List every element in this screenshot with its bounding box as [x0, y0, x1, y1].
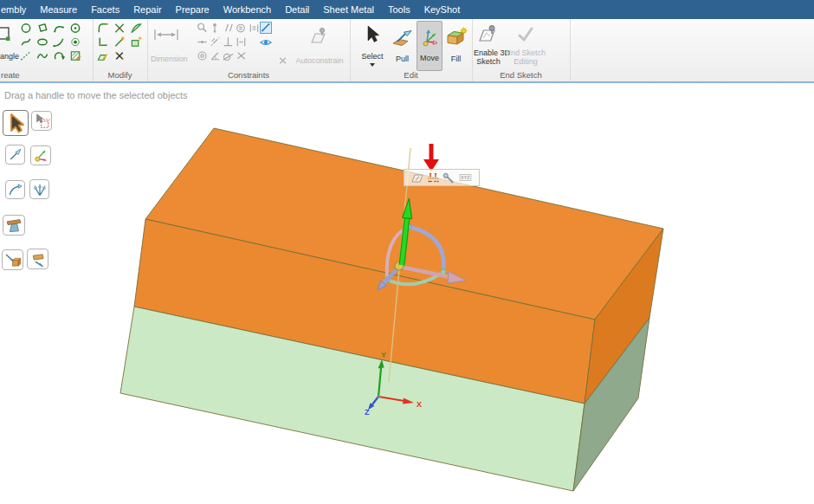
blend-tool-icon[interactable]	[129, 22, 143, 35]
enable-3d-sketch-button[interactable]: Enable 3D Sketch	[474, 23, 503, 69]
tool-guide-select-components-button[interactable]	[31, 111, 52, 131]
sweep-arc-tool-icon[interactable]	[52, 49, 66, 62]
gizmo-joint-right[interactable]	[441, 269, 446, 275]
move-to-object-icon	[3, 251, 22, 269]
split-tool-icon[interactable]	[113, 36, 126, 48]
rectangle-tool-icon[interactable]	[0, 24, 15, 45]
ellipse-tool-icon[interactable]	[36, 36, 49, 48]
fill-region-tool-icon[interactable]	[68, 49, 82, 62]
gizmo-joint-top[interactable]	[406, 224, 411, 229]
create-group-label: reate	[0, 70, 94, 80]
menu-item-repair[interactable]: Repair	[126, 4, 168, 15]
rectangle-tool-label[interactable]: angle	[0, 52, 19, 61]
circle-center-tool-icon[interactable]	[68, 22, 82, 35]
green-body-front-face[interactable]	[120, 307, 585, 491]
triad-z-axis	[372, 397, 378, 404]
gizmo-rotate-arc-xz[interactable]	[387, 272, 443, 284]
tool-guide-move-to-object-button[interactable]	[2, 249, 23, 270]
orange-body-top-face[interactable]	[145, 128, 663, 320]
circle-tool-icon[interactable]	[19, 22, 33, 35]
tool-guide-pull-arrow-button[interactable]	[5, 145, 25, 165]
show-sketch-eye-icon[interactable]	[260, 36, 272, 48]
green-body-side-face[interactable]	[573, 318, 649, 491]
tangent-arc-tool-icon[interactable]	[52, 36, 66, 48]
coincident-constraint-icon	[196, 36, 208, 48]
annotation-arrow-red	[423, 144, 439, 171]
app-window: embly Measure Facets Repair Prepare Work…	[0, 0, 814, 504]
move-button[interactable]: Move	[417, 21, 443, 71]
trim-tool-icon[interactable]	[113, 22, 126, 35]
point-tool-icon[interactable]	[68, 36, 82, 48]
tool-guide-move-gizmo-button[interactable]	[30, 145, 51, 165]
sweep-arrow-icon	[7, 181, 24, 198]
fill-button[interactable]: Fill	[442, 23, 470, 68]
gizmo-y-axis-arrow-outline[interactable]	[402, 218, 407, 265]
gizmo-joint-left[interactable]	[384, 277, 390, 282]
tool-guide-select-button[interactable]	[3, 110, 29, 136]
menu-item-measure[interactable]: Measure	[33, 4, 84, 15]
arc-tool-icon[interactable]	[52, 22, 66, 35]
menu-item-assembly[interactable]: embly	[0, 4, 33, 15]
gizmo-y-axis-arrow-head[interactable]	[403, 198, 412, 219]
gizmo-z-axis-arrow-head[interactable]	[378, 281, 386, 290]
gizmo-y-axis-arrow-shaft[interactable]	[402, 218, 407, 265]
dimension-icon	[153, 28, 179, 42]
gizmo-rotate-arc-xy[interactable]	[409, 227, 444, 272]
construction-line-tool-icon[interactable]	[19, 49, 33, 62]
ribbon-group-create: angle reate	[0, 19, 94, 81]
gizmo-z-axis-arrow-shaft[interactable]	[384, 268, 397, 283]
triad-x-axis	[378, 397, 404, 401]
gizmo-center-ball[interactable]	[395, 262, 404, 270]
autoconstrain-button: Autoconstrain	[291, 23, 348, 68]
show-constraint-icon[interactable]	[260, 22, 272, 34]
fillet-corner-tool-icon[interactable]	[96, 22, 110, 35]
anchor-move-icon[interactable]	[427, 172, 440, 184]
ruler-key-icon[interactable]	[443, 172, 455, 184]
menu-item-workbench[interactable]: Workbench	[216, 4, 278, 15]
symmetry-constraint-icon	[235, 36, 247, 48]
ribbon-group-edit: Select Pull Move Fill Edit	[350, 19, 473, 81]
fill-icon	[445, 27, 468, 48]
fit-spline-tool-icon[interactable]	[36, 49, 49, 62]
tool-guide-anvil-button[interactable]	[3, 215, 25, 236]
gizmo-rotate-arc-yz[interactable]	[387, 227, 409, 279]
select-dropdown-caret[interactable]	[370, 63, 375, 67]
fill-label: Fill	[442, 55, 470, 64]
menu-item-detail[interactable]: Detail	[278, 4, 316, 15]
sketch-plane-icon[interactable]	[411, 172, 424, 184]
concentric-constraint-icon	[196, 49, 208, 62]
polygon-tool-icon[interactable]	[36, 22, 49, 35]
end-sketch-editing-button: End Sketch Editing	[505, 23, 546, 69]
gizmo-x-axis-arrow-head[interactable]	[448, 271, 466, 283]
bend-tool-icon[interactable]	[96, 49, 110, 62]
orange-body-front-face[interactable]	[134, 219, 595, 404]
modify-group-label: Modify	[93, 70, 147, 80]
autoconstrain-label: Autoconstrain	[291, 57, 348, 66]
triad-x-arrow-head	[403, 398, 414, 404]
delete-tool-icon[interactable]	[113, 49, 126, 62]
gizmo-mini-toolbar: XYZ	[404, 169, 480, 186]
orange-body-side-face[interactable]	[585, 229, 663, 404]
pull-button[interactable]: Pull	[388, 23, 417, 68]
tool-guide-move-component-button[interactable]	[27, 249, 48, 269]
menu-item-prepare[interactable]: Prepare	[169, 4, 216, 15]
gizmo-x-axis-arrow-shaft[interactable]	[400, 267, 450, 277]
corner-tool-icon[interactable]	[96, 36, 110, 48]
menu-item-tools[interactable]: Tools	[381, 4, 417, 15]
tool-guide-fan-arrows-button[interactable]	[29, 179, 49, 199]
select-components-icon	[33, 113, 50, 130]
tool-guide-sweep-arrow-button[interactable]	[5, 180, 25, 199]
end-sketch-editing-label-line2: Editing	[505, 58, 546, 67]
project-tool-icon[interactable]	[129, 36, 143, 48]
spline-tool-icon[interactable]	[19, 36, 33, 48]
select-button[interactable]: Select	[357, 23, 388, 71]
equal-length-constraint-icon	[248, 22, 260, 35]
menu-item-keyshot[interactable]: KeyShot	[417, 4, 468, 15]
mirror-constraint-icon	[209, 36, 221, 48]
enable-3d-sketch-icon	[478, 24, 499, 43]
menu-item-sheet-metal[interactable]: Sheet Metal	[316, 4, 381, 15]
xyz-readout-icon[interactable]: XYZ	[459, 174, 470, 181]
ribbon-group-end-sketch: Enable 3D Sketch End Sketch Editing End …	[472, 19, 571, 81]
menu-item-facets[interactable]: Facets	[84, 4, 126, 15]
move-icon	[420, 28, 439, 50]
